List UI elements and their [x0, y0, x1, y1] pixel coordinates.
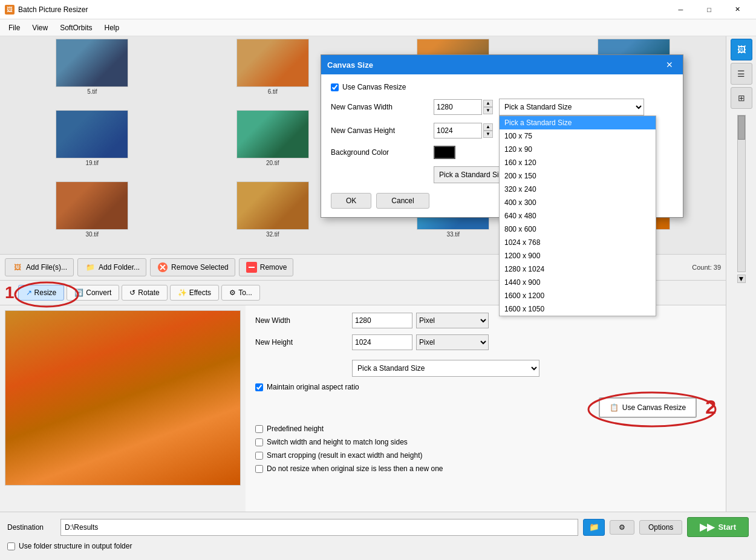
table-view-button[interactable]: ⊞: [731, 87, 752, 109]
thumbnail-label: 19.tif: [85, 160, 99, 166]
preview-image: [5, 310, 241, 486]
folder-icon: 📁: [84, 261, 96, 273]
cancel-button[interactable]: Cancel: [376, 193, 429, 209]
dropdown-item-640x480[interactable]: 640 x 480: [500, 209, 656, 223]
tab-rotate[interactable]: ↺ Rotate: [122, 285, 167, 301]
dialog-body: Use Canvas Resize New Canvas Width ▲ ▼ P…: [321, 74, 683, 217]
dropdown-item-1024x768[interactable]: 1024 x 768: [500, 236, 656, 249]
tab-resize[interactable]: ↗ Resize: [18, 285, 65, 301]
no-resize-checkbox[interactable]: [255, 465, 263, 473]
dropdown-item-100x75[interactable]: 100 x 75: [500, 129, 656, 143]
scroll-thumb[interactable]: [738, 116, 745, 140]
dropdown-item-default[interactable]: Pick a Standard Size: [500, 116, 656, 129]
no-resize-label: Do not resize when original size is less…: [267, 464, 443, 473]
dropdown-item-120x90[interactable]: 120 x 90: [500, 143, 656, 156]
dropdown-item-1440x900[interactable]: 1440 x 900: [500, 276, 656, 289]
canvas-height-label: New Canvas Height: [331, 126, 434, 135]
switch-sides-checkbox[interactable]: [255, 438, 263, 446]
maximize-button[interactable]: □: [696, 1, 723, 19]
standard-size-list: Pick a Standard Size 100 x 75 120 x 90 1…: [499, 116, 656, 316]
maintain-aspect-checkbox[interactable]: [255, 383, 263, 391]
remove-selected-button[interactable]: Remove Selected: [150, 258, 235, 276]
annotation-1: 1: [5, 283, 15, 302]
folder-structure-checkbox[interactable]: [7, 542, 15, 550]
canvas-width-input[interactable]: [434, 99, 482, 115]
dialog-close-button[interactable]: ✕: [662, 57, 677, 72]
thumbnail-image: [236, 110, 309, 158]
remove-icon: [246, 261, 258, 273]
titlebar: 🖼 Batch Picture Resizer ─ □ ✕: [0, 0, 756, 19]
dropdown-item-1600x1050[interactable]: 1600 x 1050: [500, 302, 656, 316]
destination-row: Destination 📁 ⚙ Options ▶▶ Start: [7, 517, 749, 537]
tab-effects[interactable]: ✨ Effects: [170, 285, 219, 301]
menu-softorbits[interactable]: SoftOrbits: [54, 21, 98, 34]
canvas-width-up[interactable]: ▲: [483, 100, 493, 107]
options-button[interactable]: Options: [639, 520, 682, 535]
width-unit-select[interactable]: Pixel Percent Inch Cm: [416, 313, 489, 328]
scroll-down-button[interactable]: ▼: [737, 275, 746, 283]
dropdown-item-1600x1200[interactable]: 1600 x 1200: [500, 289, 656, 302]
canvas-size-dialog: Canvas Size ✕ Use Canvas Resize New Canv…: [321, 54, 683, 218]
standard-size-bottom-select[interactable]: Pick a Standard Size: [352, 360, 539, 377]
canvas-height-up[interactable]: ▲: [483, 123, 493, 131]
canvas-icon: 📋: [610, 403, 619, 412]
dropdown-item-1200x900[interactable]: 1200 x 900: [500, 249, 656, 262]
standard-size-dropdown[interactable]: Pick a Standard Size 100 x 75 120 x 90 1…: [499, 99, 644, 116]
thumbnail-image: [56, 110, 128, 158]
destination-label: Destination: [7, 523, 56, 532]
options-gear-button[interactable]: ⚙: [610, 520, 634, 535]
thumbnail-label: 6.tif: [268, 88, 278, 95]
switch-sides-row: Switch width and height to match long si…: [255, 438, 716, 446]
thumbnail-label: 32.tif: [266, 231, 279, 238]
thumbnail-image: [56, 181, 128, 230]
minimize-button[interactable]: ─: [667, 1, 694, 19]
predefined-height-checkbox[interactable]: [255, 425, 263, 433]
grid-view-button[interactable]: 🖼: [731, 39, 752, 60]
use-canvas-resize-button[interactable]: 📋 Use Canvas Resize: [599, 397, 697, 418]
file-count: Count: 39: [692, 264, 721, 271]
tab-convert[interactable]: 🔄 Convert: [67, 285, 119, 301]
new-width-input[interactable]: [352, 313, 412, 328]
background-color-swatch[interactable]: [434, 146, 455, 159]
list-item[interactable]: 30.tif: [2, 181, 182, 252]
close-button[interactable]: ✕: [724, 1, 751, 19]
dropdown-item-200x150[interactable]: 200 x 150: [500, 169, 656, 183]
browse-button[interactable]: 📁: [583, 519, 605, 536]
canvas-height-down[interactable]: ▼: [483, 131, 493, 138]
list-view-button[interactable]: ☰: [731, 63, 752, 85]
list-item[interactable]: 5.tif: [2, 39, 182, 109]
thumbnail-label: 5.tif: [87, 88, 97, 95]
app-title: Batch Picture Resizer: [18, 5, 667, 14]
canvas-height-spinners: ▲ ▼: [483, 123, 493, 138]
dropdown-item-1280x1024[interactable]: 1280 x 1024: [500, 262, 656, 276]
canvas-height-input[interactable]: [434, 123, 482, 138]
use-canvas-checkbox-row: Use Canvas Resize: [331, 83, 673, 91]
use-canvas-checkbox-label: Use Canvas Resize: [342, 83, 406, 91]
remove-button[interactable]: Remove: [239, 258, 294, 276]
add-files-button[interactable]: 🖼 Add File(s)...: [5, 258, 74, 276]
height-unit-select[interactable]: Pixel Percent Inch Cm: [416, 334, 489, 350]
list-item[interactable]: 19.tif: [2, 110, 182, 180]
new-height-input[interactable]: [352, 334, 412, 350]
destination-input[interactable]: [60, 519, 578, 536]
dropdown-item-320x240[interactable]: 320 x 240: [500, 183, 656, 196]
dropdown-item-800x600[interactable]: 800 x 600: [500, 223, 656, 236]
smart-crop-checkbox[interactable]: [255, 452, 263, 460]
thumbnail-image: [236, 39, 309, 87]
dropdown-item-160x120[interactable]: 160 x 120: [500, 156, 656, 169]
background-color-label: Background Color: [331, 148, 434, 157]
ok-button[interactable]: OK: [331, 193, 371, 209]
app-icon: 🖼: [5, 5, 15, 15]
menu-help[interactable]: Help: [99, 21, 126, 34]
use-canvas-checkbox[interactable]: [331, 83, 339, 91]
thumbnail-label: 20.tif: [266, 160, 279, 166]
start-button[interactable]: ▶▶ Start: [687, 517, 749, 537]
smart-crop-label: Smart cropping (result in exact width an…: [267, 451, 422, 460]
menu-file[interactable]: File: [2, 21, 26, 34]
resize-icon: ↗: [26, 288, 32, 297]
canvas-width-down[interactable]: ▼: [483, 107, 493, 114]
dropdown-item-400x300[interactable]: 400 x 300: [500, 196, 656, 209]
add-folder-button[interactable]: 📁 Add Folder...: [77, 258, 146, 276]
tab-tools[interactable]: ⚙ To...: [221, 285, 260, 301]
menu-view[interactable]: View: [26, 21, 54, 34]
